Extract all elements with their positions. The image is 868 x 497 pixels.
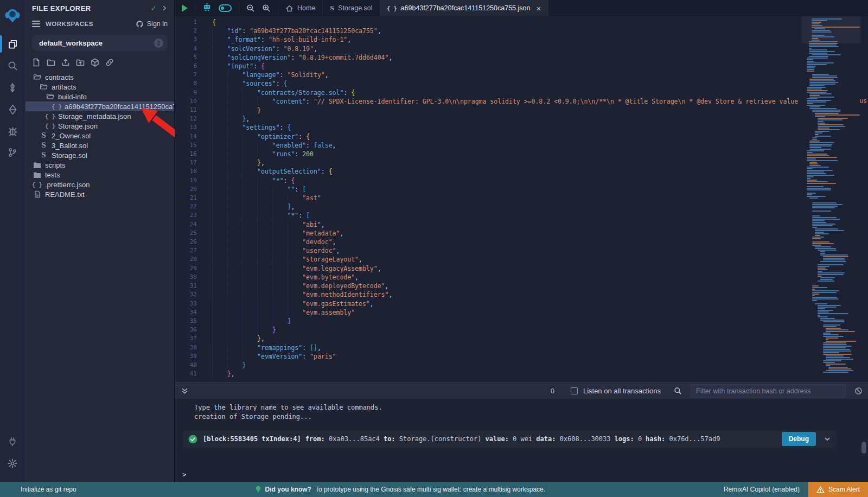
line-number: 21 [175, 194, 197, 202]
remix-logo-icon [4, 7, 21, 24]
tree-item-storage-sol[interactable]: SStorage.sol [25, 150, 174, 160]
transaction-summary: [block:5583405 txIndex:4]from: 0xa03...8… [203, 435, 724, 443]
run-group [175, 0, 195, 16]
transaction-filter-input[interactable] [691, 384, 846, 398]
line-number: 14 [175, 132, 197, 141]
terminal-scrollbar-thumb[interactable] [861, 442, 866, 454]
tree-item-storage-metadata-json[interactable]: { }Storage_metadata.json [25, 111, 174, 121]
tab-a69b43f277ba20fcac141151250ca755-json[interactable]: { }a69b43f277ba20fcac141151250ca755.json… [380, 0, 549, 16]
icon-rail [0, 0, 25, 482]
zoom-in-icon[interactable] [262, 4, 271, 12]
code-editor[interactable]: 1234567891011121314151617181920212223242… [175, 16, 868, 383]
tree-item-2-owner-sol[interactable]: S2_Owner.sol [25, 131, 174, 141]
folder-icon [33, 171, 41, 179]
line-number: 2 [175, 27, 197, 35]
tree-item-readme-txt[interactable]: README.txt [25, 189, 174, 199]
chevron-right-icon[interactable] [161, 5, 168, 11]
minimap[interactable] [801, 16, 861, 383]
clear-console-icon[interactable] [854, 387, 863, 395]
tree-item-scripts[interactable]: scripts [25, 160, 174, 170]
tab-home[interactable]: Home [278, 0, 323, 16]
sign-in-label: Sign in [147, 20, 168, 28]
line-number: 23 [175, 211, 197, 220]
terminal-expand-icon[interactable] [181, 387, 188, 394]
git-init-status-item[interactable]: Initialize as git repo [0, 486, 76, 493]
listen-all-transactions-checkbox[interactable] [571, 387, 578, 394]
search-icon[interactable] [674, 387, 682, 395]
workspaces-menu-icon[interactable] [32, 21, 40, 27]
transaction-block-badge: [block:5583405 txIndex:4] [203, 435, 301, 443]
sidebar-item-plugin-manager[interactable] [0, 431, 25, 453]
code-line: } [212, 106, 868, 114]
upload-folder-icon[interactable] [76, 58, 85, 67]
file-icon [33, 190, 41, 198]
remix-logo[interactable] [0, 3, 25, 29]
sidebar-item-debugger[interactable] [0, 120, 25, 142]
code-line: "evm.deployedBytecode", [212, 282, 868, 290]
tree-item-contracts[interactable]: contracts [25, 72, 174, 82]
code-line: { [212, 18, 868, 27]
code-line: "solcLongVersion": "0.8.19+commit.7dd6d4… [212, 53, 868, 62]
editor-toolbar: HomeSStorage.sol{ }a69b43f277ba20fcac141… [175, 0, 868, 16]
github-icon [136, 20, 144, 28]
transaction-log-row[interactable]: [block:5583405 txIndex:4]from: 0xa03...8… [183, 430, 837, 448]
solidity-compiler-icon [8, 82, 17, 93]
line-number: 30 [175, 273, 197, 282]
check-icon[interactable]: ✓ [150, 4, 157, 12]
transaction-count-badge: 0 [551, 387, 554, 395]
line-number: 10 [175, 97, 197, 106]
line-number: 27 [175, 246, 197, 255]
line-number: 20 [175, 185, 197, 194]
minimap-slider[interactable] [801, 16, 861, 43]
sidebar-item-solidity-compiler[interactable] [0, 77, 25, 98]
success-check-icon [188, 435, 197, 444]
json-file-icon: { } [46, 123, 54, 129]
code-line: "metadata", [212, 229, 868, 238]
tree-item-artifacts[interactable]: artifacts [25, 82, 174, 92]
import-from-ipfs-icon[interactable] [91, 58, 99, 67]
tree-item-tests[interactable]: tests [25, 170, 174, 180]
line-number: 17 [175, 158, 197, 167]
sidebar-item-deploy-run[interactable] [0, 98, 25, 120]
ai-copilot-robot-icon[interactable] [202, 3, 212, 14]
terminal: 0 Listen on all transactions Type the li… [175, 383, 868, 482]
import-from-url-icon[interactable] [105, 58, 114, 67]
code-line: "runs": 200 [212, 150, 868, 158]
tree-item-3-ballot-sol[interactable]: S3_Ballot.sol [25, 141, 174, 150]
solidity-file-icon: S [40, 151, 48, 159]
code-content[interactable]: { "id": "a69b43f277ba20fcac141151250ca75… [205, 16, 868, 383]
sidebar-item-file-explorer[interactable] [0, 33, 25, 55]
workspaces-row: WORKSPACES Sign in [25, 16, 174, 31]
code-line: "_format": "hh-sol-build-info-1", [212, 35, 868, 44]
sidebar-item-git[interactable] [0, 142, 25, 163]
listen-all-transactions-label: Listen on all transactions [583, 387, 661, 395]
scam-alert-button[interactable]: Scam Alert [808, 482, 868, 497]
upload-file-icon[interactable] [61, 58, 70, 67]
workspace-select[interactable]: default_workspace [32, 35, 168, 51]
copilot-status-item[interactable]: RemixAI Copilot (enabled) [724, 486, 800, 493]
create-folder-icon[interactable] [47, 58, 55, 67]
debug-button[interactable]: Debug [782, 432, 816, 446]
line-number: 32 [175, 290, 197, 299]
file-explorer-icon [8, 39, 18, 49]
ai-copilot-toggle[interactable] [219, 4, 232, 12]
code-line: } [212, 326, 868, 334]
tree-item--prettierrc-json[interactable]: { }.prettierrc.json [25, 180, 174, 189]
run-script-button[interactable] [182, 4, 188, 12]
sidebar-item-search[interactable] [0, 55, 25, 77]
code-line: "contracts/Storage.sol": { [212, 88, 868, 97]
tree-item-a69b43f277ba20fcac141151250ca7-[interactable]: { }a69b43f277ba20fcac141151250ca7... [25, 101, 174, 111]
create-file-icon[interactable] [32, 58, 41, 67]
tree-item-build-info[interactable]: build-info [25, 92, 174, 101]
close-tab-icon[interactable]: × [536, 4, 541, 12]
zoom-out-icon[interactable] [246, 4, 255, 12]
line-number: 3 [175, 35, 197, 44]
sidebar-item-settings[interactable] [0, 453, 25, 474]
expand-transaction-icon[interactable] [824, 435, 831, 443]
json-file-icon: { } [53, 103, 61, 110]
tree-item-storage-json[interactable]: { }Storage.json [25, 121, 174, 131]
tab-storage-sol[interactable]: SStorage.sol [323, 0, 380, 16]
line-number: 5 [175, 53, 197, 62]
github-sign-in-button[interactable]: Sign in [136, 20, 168, 28]
line-number: 15 [175, 141, 197, 150]
